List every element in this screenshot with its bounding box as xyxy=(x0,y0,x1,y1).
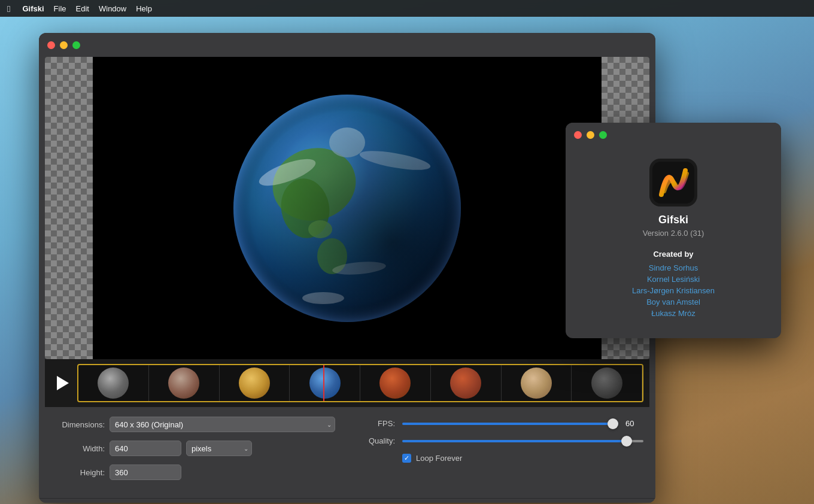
menubar-file[interactable]: File xyxy=(54,4,66,13)
fps-value: 60 xyxy=(625,419,643,428)
frame-jupiter xyxy=(502,365,572,401)
close-button[interactable] xyxy=(47,41,55,49)
filmstrip[interactable] xyxy=(77,364,643,402)
app-icon xyxy=(649,159,697,207)
height-input[interactable] xyxy=(110,464,181,480)
planet-thumbnail xyxy=(98,368,129,399)
window-titlebar xyxy=(39,33,655,57)
height-label: Height: xyxy=(51,468,105,477)
menubar-help[interactable]: Help xyxy=(136,4,152,13)
fps-row: FPS: 60 xyxy=(359,419,643,428)
dimensions-row: Dimensions: 640 x 360 (Original) 320 x 1… xyxy=(51,417,335,432)
frame-mars2 xyxy=(431,365,502,401)
about-content: Gifski Version 2.6.0 (31) Created by Sin… xyxy=(566,147,781,338)
earth-container xyxy=(93,57,602,359)
height-row: Height: xyxy=(51,464,335,480)
quality-row: Quality: xyxy=(359,436,643,445)
width-input[interactable] xyxy=(110,441,181,456)
planet-thumbnail xyxy=(591,368,622,399)
frame-mercury xyxy=(149,365,220,401)
quality-label: Quality: xyxy=(359,436,395,445)
menubar:  Gifski File Edit Window Help xyxy=(0,0,814,17)
about-close-button[interactable] xyxy=(574,131,582,139)
about-version: Version 2.6.0 (31) xyxy=(584,229,763,238)
planet-thumbnail xyxy=(309,368,341,399)
planet-thumbnail xyxy=(521,368,552,399)
play-button[interactable] xyxy=(51,372,72,394)
contributor-boy[interactable]: Boy van Amstel xyxy=(584,297,763,306)
width-label: Width: xyxy=(51,444,105,453)
planet-thumbnail xyxy=(239,368,270,399)
planet-thumbnail xyxy=(168,368,199,399)
fps-slider[interactable] xyxy=(402,423,618,425)
controls-area: Dimensions: 640 x 360 (Original) 320 x 1… xyxy=(39,407,655,498)
contributor-lars[interactable]: Lars-Jørgen Kristiansen xyxy=(584,286,763,295)
menubar-edit[interactable]: Edit xyxy=(76,4,89,13)
about-titlebar xyxy=(566,123,781,147)
contributor-lukasz[interactable]: Łukasz Mróz xyxy=(584,309,763,318)
dimensions-select-wrapper: 640 x 360 (Original) 320 x 180 1280 x 72… xyxy=(110,417,335,432)
unit-select[interactable]: pixels percent xyxy=(186,441,252,456)
earth-visualization xyxy=(227,89,467,328)
width-row: Width: pixels percent ⌄ xyxy=(51,441,335,456)
dimensions-select[interactable]: 640 x 360 (Original) 320 x 180 1280 x 72… xyxy=(110,417,335,432)
loop-row: ✓ Loop Forever xyxy=(359,454,643,463)
about-maximize-button[interactable] xyxy=(599,131,607,139)
playhead xyxy=(323,365,324,401)
minimize-button[interactable] xyxy=(60,41,68,49)
contributor-sindre[interactable]: Sindre Sorhus xyxy=(584,263,763,272)
quality-slider[interactable] xyxy=(402,440,643,442)
apple-menu[interactable]:  xyxy=(7,4,10,14)
timeline-area xyxy=(45,359,649,407)
maximize-button[interactable] xyxy=(72,41,80,49)
frame-venus xyxy=(220,365,290,401)
left-controls: Dimensions: 640 x 360 (Original) 320 x 1… xyxy=(51,417,335,488)
video-preview-area xyxy=(45,57,649,359)
dimensions-label: Dimensions: xyxy=(51,420,105,429)
frame-mars1 xyxy=(360,365,431,401)
app-icon-graphic xyxy=(652,162,694,204)
planet-thumbnail xyxy=(379,368,411,399)
frame-dark xyxy=(572,365,642,401)
video-content xyxy=(93,57,602,359)
contributor-kornel[interactable]: Kornel Lesiński xyxy=(584,275,763,284)
bottom-bar: Estimated File Size: 368.6 MB Cancel Con… xyxy=(39,498,655,503)
main-window: Dimensions: 640 x 360 (Original) 320 x 1… xyxy=(39,33,655,503)
loop-label: Loop Forever xyxy=(416,454,462,463)
about-created-by-label: Created by xyxy=(584,250,763,259)
menubar-window[interactable]: Window xyxy=(99,4,126,13)
about-app-name: Gifski xyxy=(584,214,763,226)
fps-label: FPS: xyxy=(359,419,395,428)
right-controls: FPS: 60 Quality: ✓ Loop Forever xyxy=(359,417,643,488)
frame-earth xyxy=(290,365,360,401)
checkmark-icon: ✓ xyxy=(404,455,409,462)
loop-checkbox[interactable]: ✓ xyxy=(402,454,411,463)
unit-select-wrapper: pixels percent ⌄ xyxy=(186,441,252,456)
menubar-app-name[interactable]: Gifski xyxy=(22,4,44,13)
svg-point-12 xyxy=(233,95,461,322)
about-minimize-button[interactable] xyxy=(587,131,594,139)
play-icon xyxy=(57,376,69,390)
planet-thumbnail xyxy=(450,368,481,399)
about-window: Gifski Version 2.6.0 (31) Created by Sin… xyxy=(566,123,781,338)
frame-moon xyxy=(78,365,149,401)
